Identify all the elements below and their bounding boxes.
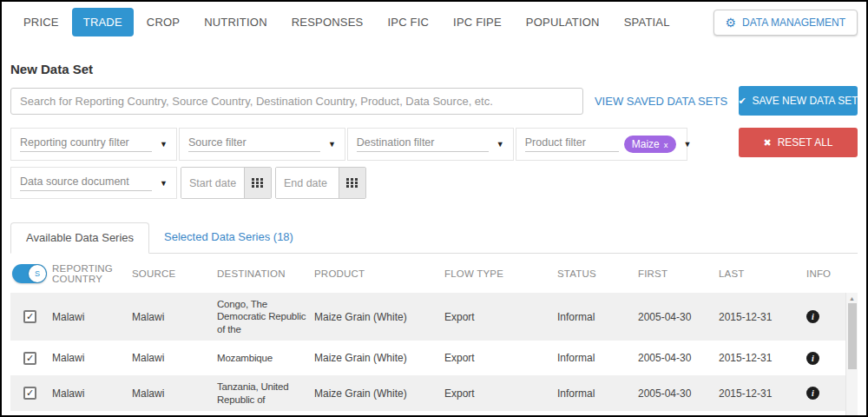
chevron-down-icon: ▼ — [160, 140, 168, 149]
filter-row-1: ▼ ▼ ▼ Maize x ▼ ✖ RESET ALL — [10, 128, 858, 161]
toggle-knob: S — [29, 265, 46, 282]
header-source: SOURCE — [132, 268, 217, 279]
chevron-down-icon: ▼ — [496, 140, 504, 149]
reporting-country-filter-input[interactable] — [20, 136, 152, 152]
row-checkbox[interactable]: ✓ — [23, 387, 36, 400]
cell-destination: Mozambique — [217, 352, 314, 364]
data-source-document-filter[interactable]: ▼ — [10, 167, 177, 199]
cell-flow-type: Export — [444, 311, 557, 323]
cell-first: 2005-04-30 — [638, 352, 719, 364]
scroll-up-arrow-icon[interactable]: ▲ — [849, 293, 855, 303]
header-reporting-country: REPORTING COUNTRY — [52, 263, 132, 284]
filter-row-2: ▼ — [10, 167, 858, 199]
chip-remove-icon[interactable]: x — [664, 140, 668, 149]
product-filter[interactable]: Maize x ▼ — [516, 128, 687, 161]
search-row: VIEW SAVED DATA SETS ✔ SAVE NEW DATA SET — [10, 86, 858, 116]
page-title: New Data Set — [10, 62, 858, 76]
calendar-icon — [252, 178, 254, 181]
view-saved-data-sets-link[interactable]: VIEW SAVED DATA SETS — [595, 95, 727, 108]
nav-tab-crop[interactable]: CROP — [135, 8, 191, 36]
header-flow-type: FLOW TYPE — [444, 268, 557, 279]
top-nav: PRICE TRADE CROP NUTRITION RESPONSES IPC… — [2, 2, 866, 36]
cell-flow-type: Export — [444, 352, 557, 364]
tab-selected-data-series[interactable]: Selected Data Series (18) — [149, 222, 308, 253]
reset-all-button[interactable]: ✖ RESET ALL — [739, 128, 858, 157]
end-date-group — [275, 167, 366, 199]
start-date-calendar-button[interactable] — [244, 168, 271, 198]
table-row[interactable]: ✓ Malawi Malawi Mozambique Maize Grain (… — [10, 341, 858, 375]
select-all-toggle[interactable]: S — [12, 264, 47, 283]
table-row[interactable]: ✓ Malawi Malawi Tanzania, United Republi… — [10, 375, 858, 411]
cell-source: Malawi — [132, 352, 217, 364]
header-status: STATUS — [557, 268, 638, 279]
reporting-country-filter[interactable]: ▼ — [10, 128, 177, 161]
cell-product: Maize Grain (White) — [314, 352, 444, 364]
source-filter-input[interactable] — [188, 136, 320, 152]
calendar-icon — [346, 178, 349, 181]
cell-destination: Congo, The Democratic Republic of the — [217, 298, 314, 335]
vertical-scrollbar[interactable]: ▲ — [845, 293, 858, 417]
cell-status: Informal — [557, 352, 638, 364]
data-management-button[interactable]: ⚙ DATA MANAGEMENT — [713, 10, 858, 36]
cell-source: Malawi — [132, 311, 217, 323]
save-button-label: SAVE NEW DATA SET — [753, 95, 858, 107]
check-icon: ✔ — [738, 96, 746, 107]
header-first: FIRST — [638, 268, 719, 279]
table-body: ✓ Malawi Malawi Congo, The Democratic Re… — [10, 293, 858, 417]
row-checkbox[interactable]: ✓ — [23, 310, 36, 323]
scrollbar-thumb[interactable] — [848, 303, 857, 369]
table-header: S REPORTING COUNTRY SOURCE DESTINATION P… — [10, 254, 858, 293]
info-icon[interactable]: i — [806, 387, 819, 400]
reset-button-label: RESET ALL — [778, 136, 833, 149]
chevron-down-icon: ▼ — [684, 140, 692, 149]
series-tabs: Available Data Series Selected Data Seri… — [10, 222, 858, 254]
nav-tab-population[interactable]: POPULATION — [515, 8, 611, 36]
table-rows: ✓ Malawi Malawi Congo, The Democratic Re… — [10, 293, 858, 411]
cell-last: 2015-12-31 — [719, 352, 799, 364]
cell-first: 2005-04-30 — [638, 311, 719, 323]
cell-destination: Tanzania, United Republic of — [217, 381, 314, 406]
table-row[interactable]: ✓ Malawi Malawi Congo, The Democratic Re… — [10, 293, 858, 341]
chip-label: Maize — [632, 138, 660, 150]
nav-tab-ipc-fipe[interactable]: IPC FIPE — [442, 8, 513, 36]
header-product: PRODUCT — [314, 268, 444, 279]
save-new-data-set-button[interactable]: ✔ SAVE NEW DATA SET — [739, 86, 858, 116]
nav-tab-nutrition[interactable]: NUTRITION — [193, 8, 279, 36]
product-filter-input[interactable] — [525, 136, 619, 152]
chevron-down-icon: ▼ — [328, 140, 336, 149]
search-input[interactable] — [10, 88, 583, 115]
header-last: LAST — [719, 268, 799, 279]
info-icon[interactable]: i — [806, 352, 819, 365]
destination-filter-input[interactable] — [357, 136, 489, 152]
tab-available-data-series[interactable]: Available Data Series — [10, 222, 149, 254]
cell-last: 2015-12-31 — [719, 387, 799, 400]
cell-product: Maize Grain (White) — [314, 387, 444, 400]
cell-product: Maize Grain (White) — [314, 311, 444, 323]
main-content: New Data Set VIEW SAVED DATA SETS ✔ SAVE… — [2, 62, 866, 417]
data-management-label: DATA MANAGEMENT — [742, 17, 845, 29]
gear-icon: ⚙ — [726, 17, 737, 29]
header-destination: DESTINATION — [217, 268, 314, 279]
start-date-input[interactable] — [181, 168, 244, 198]
source-filter[interactable]: ▼ — [179, 128, 345, 161]
cell-flow-type: Export — [444, 387, 557, 400]
header-info: INFO — [799, 268, 848, 279]
nav-tab-spatial[interactable]: SPATIAL — [613, 8, 681, 36]
nav-tab-responses[interactable]: RESPONSES — [280, 8, 375, 36]
end-date-input[interactable] — [276, 168, 339, 198]
nav-tab-price[interactable]: PRICE — [12, 8, 70, 36]
info-icon[interactable]: i — [806, 310, 819, 323]
nav-tab-ipc-fic[interactable]: IPC FIC — [376, 8, 440, 36]
destination-filter[interactable]: ▼ — [347, 128, 514, 161]
cell-reporting-country: Malawi — [52, 387, 132, 400]
nav-tab-trade[interactable]: TRADE — [72, 8, 134, 36]
app-window: PRICE TRADE CROP NUTRITION RESPONSES IPC… — [0, 0, 868, 417]
cell-last: 2015-12-31 — [719, 311, 799, 323]
cell-reporting-country: Malawi — [52, 352, 132, 364]
row-checkbox[interactable]: ✓ — [23, 352, 36, 365]
cell-source: Malawi — [132, 387, 217, 400]
cell-status: Informal — [557, 387, 638, 400]
maize-filter-chip[interactable]: Maize x — [624, 136, 676, 153]
data-source-document-input[interactable] — [20, 175, 152, 191]
end-date-calendar-button[interactable] — [339, 168, 365, 198]
